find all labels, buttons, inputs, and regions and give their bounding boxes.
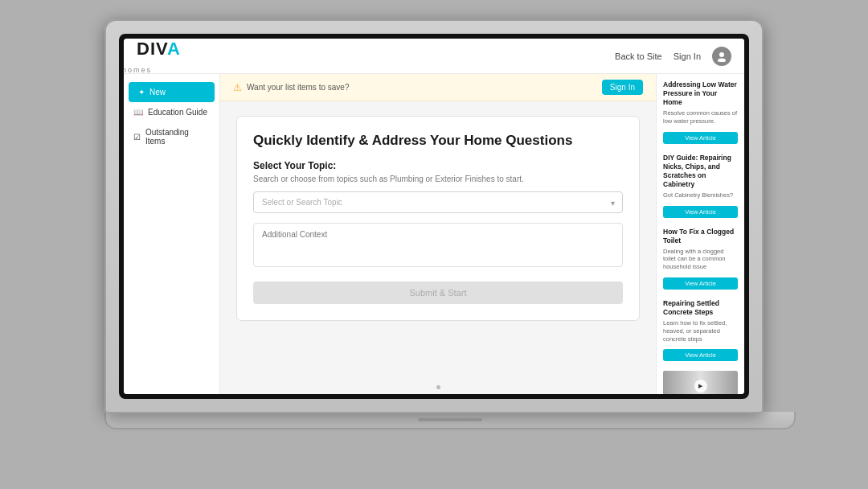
sidebar-item-new-label: New <box>149 88 166 97</box>
article-desc-2: Dealing with a clogged toilet can be a c… <box>663 248 738 271</box>
topic-subtitle: Search or choose from topics such as Plu… <box>253 175 623 183</box>
topic-select-wrapper: Select or Search Topic ▾ <box>253 191 623 213</box>
sidebar-item-education-label: Education Guide <box>148 108 207 117</box>
banner-sign-in-button[interactable]: Sign In <box>602 80 643 95</box>
form-area: Quickly Identify & Address Your Home Que… <box>220 101 656 380</box>
main-content: ⚠ Want your list items to save? Sign In … <box>220 74 656 394</box>
sidebar-item-outstanding-label: Outstanding Items <box>145 128 210 146</box>
laptop-base <box>104 412 796 429</box>
scroll-indicator <box>436 385 440 389</box>
left-sidebar: ✦ New 📖 Education Guide ☑ Outstanding It… <box>124 74 220 394</box>
banner-text: Want your list items to save? <box>247 83 349 92</box>
right-sidebar: Addressing Low Water Pressure in Your Ho… <box>656 74 744 394</box>
sidebar-item-outstanding[interactable]: ☑ Outstanding Items <box>124 122 219 151</box>
form-card: Quickly Identify & Address Your Home Que… <box>236 116 640 321</box>
logo-text: DIVA <box>137 39 181 60</box>
article-desc-1: Got Cabinetry Blemishes? <box>663 191 738 199</box>
view-article-btn-1[interactable]: View Article <box>663 206 738 218</box>
app-header: DIVA homes Back to Site Sign In <box>124 39 744 74</box>
article-card-1: DIY Guide: Repairing Nicks, Chips, and S… <box>663 154 738 218</box>
article-title-3: Repairing Settled Concrete Steps <box>663 299 738 317</box>
trackpad-notch <box>418 418 482 421</box>
laptop-lid: DIVA homes Back to Site Sign In <box>104 19 764 413</box>
logo: DIVA homes <box>137 39 181 74</box>
screen: DIVA homes Back to Site Sign In <box>124 39 744 394</box>
sidebar-item-education[interactable]: 📖 Education Guide <box>124 102 219 122</box>
back-to-site-link[interactable]: Back to Site <box>615 51 662 61</box>
video-card: ▶ Doors 101 <box>663 371 738 394</box>
svg-point-0 <box>719 52 724 57</box>
topic-select[interactable]: Select or Search Topic <box>253 191 623 213</box>
header-actions: Back to Site Sign In <box>615 47 731 66</box>
submit-button[interactable]: Submit & Start <box>253 281 623 304</box>
article-title-1: DIY Guide: Repairing Nicks, Chips, and S… <box>663 154 738 189</box>
body-area: ✦ New 📖 Education Guide ☑ Outstanding It… <box>124 74 744 394</box>
banner-message: ⚠ Want your list items to save? <box>233 82 349 93</box>
logo-tagline: homes <box>124 66 152 74</box>
screen-bezel: DIVA homes Back to Site Sign In <box>119 34 749 399</box>
article-card-0: Addressing Low Water Pressure in Your Ho… <box>663 80 738 144</box>
form-title: Quickly Identify & Address Your Home Que… <box>253 133 623 149</box>
svg-point-1 <box>718 58 726 62</box>
additional-context-input[interactable] <box>253 223 623 267</box>
article-card-2: How To Fix a Clogged Toilet Dealing with… <box>663 228 738 290</box>
article-desc-0: Resolve common causes of low water press… <box>663 109 738 125</box>
view-article-btn-2[interactable]: View Article <box>663 277 738 290</box>
sign-in-link[interactable]: Sign In <box>674 51 701 61</box>
topic-label: Select Your Topic: <box>253 160 623 171</box>
view-article-btn-0[interactable]: View Article <box>663 132 738 144</box>
outstanding-icon: ☑ <box>133 133 141 142</box>
avatar[interactable] <box>712 47 731 66</box>
video-thumbnail[interactable]: ▶ <box>663 371 738 394</box>
article-title-0: Addressing Low Water Pressure in Your Ho… <box>663 80 738 107</box>
logo-a: A <box>167 39 181 59</box>
save-banner: ⚠ Want your list items to save? Sign In <box>220 74 656 101</box>
education-icon: 📖 <box>133 108 143 117</box>
bottom-bar <box>220 380 656 394</box>
warning-icon: ⚠ <box>233 82 242 93</box>
sidebar-item-new[interactable]: ✦ New <box>129 82 215 102</box>
new-icon: ✦ <box>138 88 145 97</box>
article-desc-3: Learn how to fix settled, heaved, or sep… <box>663 319 738 343</box>
play-icon[interactable]: ▶ <box>694 380 707 392</box>
article-title-2: How To Fix a Clogged Toilet <box>663 228 738 245</box>
view-article-btn-3[interactable]: View Article <box>663 349 738 361</box>
article-card-3: Repairing Settled Concrete Steps Learn h… <box>663 299 738 361</box>
